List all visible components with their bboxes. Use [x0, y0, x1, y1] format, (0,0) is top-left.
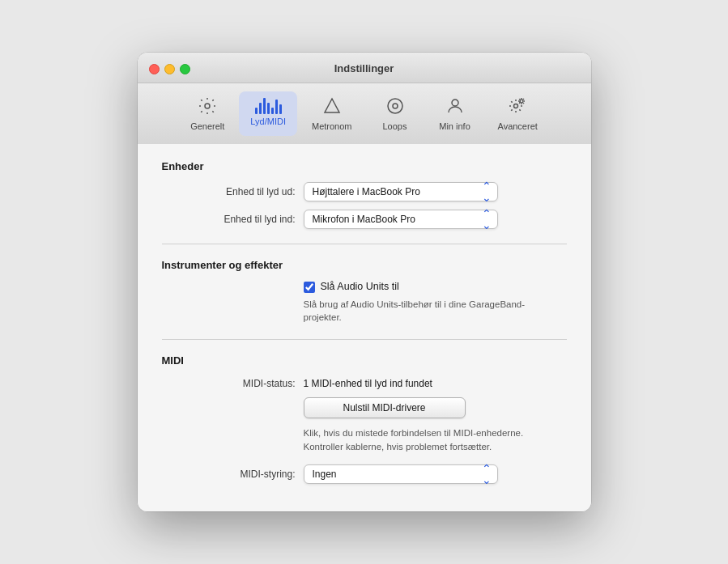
midi-status-value: 1 MIDI-enhed til lyd ind fundet: [304, 378, 432, 389]
lyd-ind-label: Enhed til lyd ind:: [162, 214, 304, 225]
lyd-ud-select-wrapper: Højttalere i MacBook Pro ⌃⌄: [304, 182, 498, 201]
traffic-lights: [149, 64, 190, 74]
close-button[interactable]: [149, 64, 160, 74]
enheder-title: Enheder: [162, 160, 567, 172]
tab-generelt[interactable]: Generelt: [179, 91, 236, 136]
svg-marker-1: [325, 99, 339, 112]
svg-point-6: [520, 100, 523, 103]
svg-point-2: [388, 99, 402, 113]
maximize-button[interactable]: [180, 64, 190, 74]
lyd-ud-row: Enhed til lyd ud: Højttalere i MacBook P…: [162, 182, 567, 201]
audio-units-label: Slå Audio Units til: [321, 281, 399, 292]
person-icon: [445, 96, 465, 119]
tab-min-info[interactable]: Min info: [427, 91, 483, 136]
audio-units-row: Slå Audio Units til: [304, 281, 567, 293]
divider-2: [162, 339, 567, 340]
metronome-icon: [322, 96, 342, 119]
audio-units-helper: Slå brug af Audio Units-tilbehør til i d…: [304, 298, 547, 324]
tab-lyd-midi[interactable]: Lyd/MIDI: [239, 91, 297, 136]
midi-styring-label: MIDI-styring:: [162, 469, 304, 480]
tab-metronom[interactable]: Metronom: [300, 91, 364, 136]
lyd-ud-label: Enhed til lyd ud:: [162, 186, 304, 197]
window-title: Indstillinger: [151, 62, 578, 83]
midi-styring-select-wrapper: Ingen ⌃⌄: [304, 464, 498, 484]
tab-lyd-midi-label: Lyd/MIDI: [250, 117, 286, 126]
svg-point-5: [514, 104, 518, 108]
tab-loops[interactable]: Loops: [367, 91, 424, 136]
lyd-ud-select[interactable]: Højttalere i MacBook Pro: [304, 182, 498, 201]
midi-status-row: MIDI-status: 1 MIDI-enhed til lyd ind fu…: [162, 378, 567, 389]
minimize-button[interactable]: [164, 64, 175, 74]
svg-point-0: [205, 104, 210, 108]
reset-midi-button[interactable]: Nulstil MIDI-drivere: [304, 397, 466, 418]
settings-window: Indstillinger Generelt: [138, 53, 591, 512]
advanced-gear-icon: [508, 96, 527, 119]
midi-styring-row: MIDI-styring: Ingen ⌃⌄: [162, 464, 567, 484]
toolbar: Generelt Lyd/MIDI Metronom: [138, 83, 591, 144]
tab-loops-label: Loops: [383, 121, 407, 131]
gear-icon: [198, 96, 217, 119]
content-area: Enheder Enhed til lyd ud: Højttalere i M…: [138, 144, 591, 512]
svg-point-3: [393, 104, 398, 108]
midi-helper-text: Klik, hvis du mistede forbindelsen til M…: [304, 426, 547, 453]
tab-min-info-label: Min info: [439, 121, 470, 131]
svg-point-4: [452, 100, 458, 106]
tab-avanceret[interactable]: Avanceret: [487, 91, 549, 136]
audio-units-checkbox[interactable]: [304, 282, 315, 293]
midi-bars-icon: [255, 96, 282, 114]
midi-status-label: MIDI-status:: [162, 378, 304, 389]
loops-icon: [385, 96, 405, 119]
tab-avanceret-label: Avanceret: [498, 121, 538, 131]
lyd-ind-row: Enhed til lyd ind: Mikrofon i MacBook Pr…: [162, 210, 567, 229]
divider-1: [162, 244, 567, 244]
lyd-ind-select-wrapper: Mikrofon i MacBook Pro ⌃⌄: [304, 210, 498, 229]
tab-metronom-label: Metronom: [312, 121, 352, 131]
titlebar: Indstillinger: [138, 53, 591, 83]
tab-generelt-label: Generelt: [190, 121, 224, 131]
lyd-ind-select[interactable]: Mikrofon i MacBook Pro: [304, 210, 498, 229]
midi-title: MIDI: [162, 354, 567, 367]
midi-helper-content: Klik, hvis du mistede forbindelsen til M…: [304, 428, 524, 452]
instrumenter-title: Instrumenter og effekter: [162, 259, 567, 271]
midi-styring-select[interactable]: Ingen: [304, 464, 498, 484]
